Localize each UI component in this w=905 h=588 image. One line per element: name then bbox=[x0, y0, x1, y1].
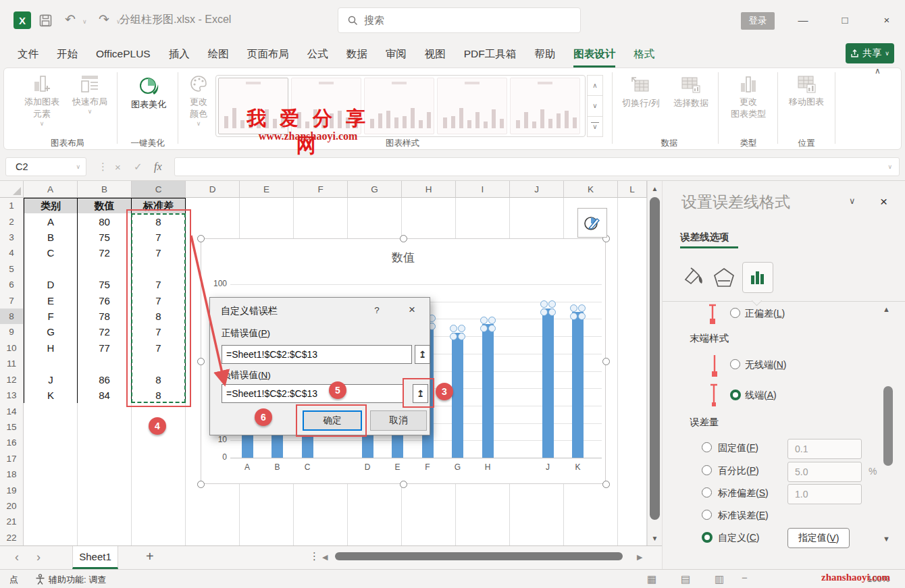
hscroll-left-icon[interactable]: ◀ bbox=[322, 553, 328, 562]
cell-A2[interactable]: A bbox=[24, 213, 78, 230]
cell-G1[interactable] bbox=[348, 198, 402, 214]
pane-scroll-down-icon[interactable]: ▼ bbox=[883, 535, 890, 543]
cell-L1[interactable] bbox=[618, 198, 647, 214]
cell-L2[interactable] bbox=[618, 213, 647, 230]
cell-F22[interactable] bbox=[294, 530, 348, 546]
cell-J1[interactable] bbox=[510, 198, 564, 214]
standard-deviation-label[interactable]: 标准偏差(S) bbox=[718, 487, 769, 500]
cell-B6[interactable]: 75 bbox=[78, 277, 132, 293]
cell-A18[interactable] bbox=[24, 466, 78, 483]
cell-F20[interactable] bbox=[294, 498, 348, 514]
cell-L3[interactable] bbox=[618, 230, 647, 246]
cell-A17[interactable] bbox=[24, 451, 78, 467]
cell-K20[interactable] bbox=[564, 498, 618, 514]
scroll-down-icon[interactable]: ▼ bbox=[648, 535, 662, 542]
cell-L7[interactable] bbox=[618, 292, 647, 309]
column-header-E[interactable]: E bbox=[240, 181, 294, 198]
fixed-value-input[interactable]: 0.1 bbox=[787, 439, 862, 459]
no-cap-label[interactable]: 无线端(N) bbox=[745, 359, 786, 371]
cell-B17[interactable] bbox=[78, 451, 132, 467]
cell-J22[interactable] bbox=[510, 530, 564, 546]
cell-A21[interactable] bbox=[24, 514, 78, 530]
select-data-button[interactable]: 选择数据 bbox=[667, 74, 715, 109]
cell-B11[interactable] bbox=[78, 356, 132, 372]
cell-L9[interactable] bbox=[618, 324, 647, 340]
cell-F21[interactable] bbox=[294, 514, 348, 530]
cell-B21[interactable] bbox=[78, 514, 132, 530]
switch-row-column-button[interactable]: 切换行/列 bbox=[617, 74, 665, 109]
cell-H22[interactable] bbox=[402, 530, 456, 546]
cell-G20[interactable] bbox=[348, 498, 402, 514]
cell-B22[interactable] bbox=[78, 530, 132, 546]
tab-视图[interactable]: 视图 bbox=[425, 41, 446, 68]
cell-A19[interactable] bbox=[24, 482, 78, 498]
cell-L11[interactable] bbox=[618, 356, 647, 372]
cell-L8[interactable] bbox=[618, 309, 647, 325]
chart-selection-handle[interactable] bbox=[197, 235, 205, 242]
dialog-help-button[interactable]: ? bbox=[367, 302, 387, 318]
cell-B19[interactable] bbox=[78, 482, 132, 498]
cell-B4[interactable]: 72 bbox=[78, 245, 132, 261]
zoom-out-icon[interactable]: − bbox=[742, 572, 748, 583]
formula-expand-icon[interactable]: ∨ bbox=[887, 164, 892, 169]
chart-beautify-button[interactable]: 图表美化 bbox=[123, 74, 174, 110]
tab-绘图[interactable]: 绘图 bbox=[208, 41, 229, 68]
sign-in-button[interactable]: 登录 bbox=[741, 12, 775, 30]
move-chart-button[interactable]: 移动图表 bbox=[781, 74, 832, 107]
cell-B3[interactable]: 75 bbox=[78, 230, 132, 246]
cell-A20[interactable] bbox=[24, 498, 78, 514]
cell-D19[interactable] bbox=[186, 482, 240, 498]
gallery-down-button[interactable]: ∨ bbox=[587, 96, 603, 116]
maximize-button[interactable]: □ bbox=[833, 9, 856, 30]
column-header-A[interactable]: A bbox=[24, 181, 78, 198]
cell-C20[interactable] bbox=[132, 498, 186, 514]
cell-F1[interactable] bbox=[294, 198, 348, 214]
cell-J19[interactable] bbox=[510, 482, 564, 498]
cell-D20[interactable] bbox=[186, 498, 240, 514]
cell-L4[interactable] bbox=[618, 245, 647, 261]
tab-公式[interactable]: 公式 bbox=[307, 41, 328, 68]
row-header-15[interactable]: 15 bbox=[0, 419, 24, 435]
cell-H21[interactable] bbox=[402, 514, 456, 530]
pane-scroll-thumb[interactable] bbox=[883, 386, 893, 466]
cancel-entry-icon[interactable]: × bbox=[115, 157, 121, 176]
next-sheet-icon[interactable]: › bbox=[36, 550, 41, 564]
column-header-F[interactable]: F bbox=[294, 181, 348, 198]
vertical-scroll-thumb[interactable] bbox=[650, 197, 660, 520]
cell-B15[interactable] bbox=[78, 419, 132, 435]
vertical-scrollbar[interactable]: ▲ ▼ bbox=[647, 181, 662, 545]
scroll-up-icon[interactable]: ▲ bbox=[648, 185, 662, 192]
add-chart-element-button[interactable]: 添加图表 元素 ∨ bbox=[20, 74, 63, 126]
row-header-7[interactable]: 7 bbox=[0, 292, 24, 309]
chart-style-thumb[interactable] bbox=[510, 78, 580, 134]
cell-J2[interactable] bbox=[510, 213, 564, 230]
normal-view-icon[interactable]: ▦ bbox=[647, 573, 656, 585]
page-break-view-icon[interactable]: ▥ bbox=[715, 573, 724, 585]
name-box-dropdown-icon[interactable]: ∨ bbox=[76, 164, 80, 169]
minimize-button[interactable]: — bbox=[792, 9, 814, 30]
positive-deviation-radio[interactable] bbox=[730, 308, 740, 318]
chart-selection-handle[interactable] bbox=[602, 481, 610, 488]
cell-G22[interactable] bbox=[348, 530, 402, 546]
cell-L15[interactable] bbox=[618, 419, 647, 435]
cell-G19[interactable] bbox=[348, 482, 402, 498]
tab-PDF工具箱[interactable]: PDF工具箱 bbox=[464, 41, 517, 68]
row-header-19[interactable]: 19 bbox=[0, 482, 24, 498]
row-header-21[interactable]: 21 bbox=[0, 514, 24, 530]
chart-selection-handle[interactable] bbox=[400, 235, 407, 242]
cell-I20[interactable] bbox=[456, 498, 510, 514]
cell-H20[interactable] bbox=[402, 498, 456, 514]
chart-styles-flyout-button[interactable] bbox=[577, 208, 607, 238]
gallery-more-button[interactable]: ∨ bbox=[587, 117, 603, 137]
change-chart-type-button[interactable]: 更改 图表类型 bbox=[721, 74, 775, 119]
select-all-corner[interactable] bbox=[0, 181, 24, 198]
cell-A8[interactable]: F bbox=[24, 309, 78, 325]
column-header-J[interactable]: J bbox=[510, 181, 564, 198]
cell-E19[interactable] bbox=[240, 482, 294, 498]
cell-J20[interactable] bbox=[510, 498, 564, 514]
cell-A16[interactable] bbox=[24, 435, 78, 451]
chart-selection-handle[interactable] bbox=[400, 481, 407, 488]
tab-格式[interactable]: 格式 bbox=[634, 41, 654, 68]
chart-selection-handle[interactable] bbox=[197, 481, 205, 488]
page-layout-view-icon[interactable]: ▤ bbox=[681, 573, 690, 585]
